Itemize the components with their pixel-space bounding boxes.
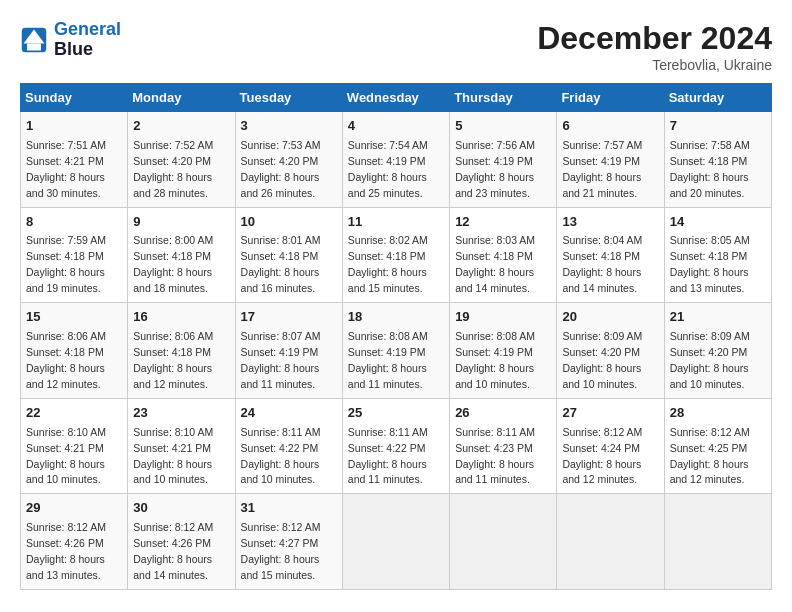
sunset-info: Sunset: 4:18 PM [241,250,319,262]
calendar-cell: 1 Sunrise: 7:51 AM Sunset: 4:21 PM Dayli… [21,112,128,208]
sunset-info: Sunset: 4:18 PM [133,250,211,262]
calendar-cell [450,494,557,590]
calendar-cell: 6 Sunrise: 7:57 AM Sunset: 4:19 PM Dayli… [557,112,664,208]
sunset-info: Sunset: 4:27 PM [241,537,319,549]
sunrise-info: Sunrise: 8:00 AM [133,234,213,246]
day-number: 23 [133,404,229,423]
day-number: 2 [133,117,229,136]
daylight-info: Daylight: 8 hours and 14 minutes. [133,553,212,581]
sunrise-info: Sunrise: 7:52 AM [133,139,213,151]
day-number: 7 [670,117,766,136]
daylight-info: Daylight: 8 hours and 18 minutes. [133,266,212,294]
page-header: General Blue December 2024 Terebovlia, U… [20,20,772,73]
calendar-cell: 5 Sunrise: 7:56 AM Sunset: 4:19 PM Dayli… [450,112,557,208]
sunrise-info: Sunrise: 8:11 AM [455,426,535,438]
daylight-info: Daylight: 8 hours and 12 minutes. [26,362,105,390]
calendar-cell: 27 Sunrise: 8:12 AM Sunset: 4:24 PM Dayl… [557,398,664,494]
sunrise-info: Sunrise: 8:06 AM [133,330,213,342]
sunset-info: Sunset: 4:20 PM [562,346,640,358]
day-number: 3 [241,117,337,136]
daylight-info: Daylight: 8 hours and 10 minutes. [133,458,212,486]
daylight-info: Daylight: 8 hours and 11 minutes. [348,458,427,486]
daylight-info: Daylight: 8 hours and 12 minutes. [133,362,212,390]
sunset-info: Sunset: 4:18 PM [26,346,104,358]
sunset-info: Sunset: 4:21 PM [26,155,104,167]
month-year: December 2024 [537,20,772,57]
daylight-info: Daylight: 8 hours and 15 minutes. [348,266,427,294]
calendar-cell: 29 Sunrise: 8:12 AM Sunset: 4:26 PM Dayl… [21,494,128,590]
sunset-info: Sunset: 4:18 PM [670,155,748,167]
calendar-cell: 24 Sunrise: 8:11 AM Sunset: 4:22 PM Dayl… [235,398,342,494]
calendar-cell: 20 Sunrise: 8:09 AM Sunset: 4:20 PM Dayl… [557,303,664,399]
day-number: 16 [133,308,229,327]
location: Terebovlia, Ukraine [537,57,772,73]
day-number: 12 [455,213,551,232]
calendar-cell: 18 Sunrise: 8:08 AM Sunset: 4:19 PM Dayl… [342,303,449,399]
day-number: 10 [241,213,337,232]
daylight-info: Daylight: 8 hours and 13 minutes. [26,553,105,581]
day-number: 9 [133,213,229,232]
sunset-info: Sunset: 4:18 PM [133,346,211,358]
day-number: 25 [348,404,444,423]
daylight-info: Daylight: 8 hours and 15 minutes. [241,553,320,581]
sunrise-info: Sunrise: 7:51 AM [26,139,106,151]
daylight-info: Daylight: 8 hours and 23 minutes. [455,171,534,199]
daylight-info: Daylight: 8 hours and 10 minutes. [241,458,320,486]
day-number: 11 [348,213,444,232]
sunrise-info: Sunrise: 8:11 AM [241,426,321,438]
calendar-cell: 13 Sunrise: 8:04 AM Sunset: 4:18 PM Dayl… [557,207,664,303]
calendar-cell: 16 Sunrise: 8:06 AM Sunset: 4:18 PM Dayl… [128,303,235,399]
calendar-table: Sunday Monday Tuesday Wednesday Thursday… [20,83,772,590]
sunrise-info: Sunrise: 7:57 AM [562,139,642,151]
daylight-info: Daylight: 8 hours and 11 minutes. [348,362,427,390]
calendar-cell: 25 Sunrise: 8:11 AM Sunset: 4:22 PM Dayl… [342,398,449,494]
logo: General Blue [20,20,121,60]
col-friday: Friday [557,84,664,112]
sunset-info: Sunset: 4:20 PM [133,155,211,167]
calendar-cell [557,494,664,590]
day-number: 28 [670,404,766,423]
sunrise-info: Sunrise: 8:08 AM [455,330,535,342]
sunrise-info: Sunrise: 8:12 AM [241,521,321,533]
calendar-cell: 9 Sunrise: 8:00 AM Sunset: 4:18 PM Dayli… [128,207,235,303]
sunrise-info: Sunrise: 7:59 AM [26,234,106,246]
title-block: December 2024 Terebovlia, Ukraine [537,20,772,73]
day-number: 21 [670,308,766,327]
day-number: 19 [455,308,551,327]
day-number: 20 [562,308,658,327]
calendar-cell: 26 Sunrise: 8:11 AM Sunset: 4:23 PM Dayl… [450,398,557,494]
sunset-info: Sunset: 4:18 PM [562,250,640,262]
calendar-cell: 4 Sunrise: 7:54 AM Sunset: 4:19 PM Dayli… [342,112,449,208]
calendar-week-row: 1 Sunrise: 7:51 AM Sunset: 4:21 PM Dayli… [21,112,772,208]
day-number: 24 [241,404,337,423]
sunrise-info: Sunrise: 8:12 AM [562,426,642,438]
daylight-info: Daylight: 8 hours and 16 minutes. [241,266,320,294]
day-number: 22 [26,404,122,423]
daylight-info: Daylight: 8 hours and 10 minutes. [26,458,105,486]
calendar-cell: 23 Sunrise: 8:10 AM Sunset: 4:21 PM Dayl… [128,398,235,494]
sunset-info: Sunset: 4:22 PM [241,442,319,454]
sunrise-info: Sunrise: 8:11 AM [348,426,428,438]
daylight-info: Daylight: 8 hours and 20 minutes. [670,171,749,199]
sunset-info: Sunset: 4:19 PM [562,155,640,167]
sunset-info: Sunset: 4:25 PM [670,442,748,454]
day-number: 6 [562,117,658,136]
sunset-info: Sunset: 4:18 PM [455,250,533,262]
day-number: 14 [670,213,766,232]
sunrise-info: Sunrise: 7:54 AM [348,139,428,151]
day-number: 15 [26,308,122,327]
day-number: 1 [26,117,122,136]
calendar-cell: 19 Sunrise: 8:08 AM Sunset: 4:19 PM Dayl… [450,303,557,399]
sunrise-info: Sunrise: 8:05 AM [670,234,750,246]
col-monday: Monday [128,84,235,112]
calendar-cell: 15 Sunrise: 8:06 AM Sunset: 4:18 PM Dayl… [21,303,128,399]
day-number: 5 [455,117,551,136]
sunset-info: Sunset: 4:20 PM [670,346,748,358]
sunset-info: Sunset: 4:24 PM [562,442,640,454]
calendar-cell [664,494,771,590]
sunrise-info: Sunrise: 8:09 AM [670,330,750,342]
logo-icon [20,26,48,54]
logo-text: General Blue [54,20,121,60]
calendar-week-row: 8 Sunrise: 7:59 AM Sunset: 4:18 PM Dayli… [21,207,772,303]
calendar-header-row: Sunday Monday Tuesday Wednesday Thursday… [21,84,772,112]
